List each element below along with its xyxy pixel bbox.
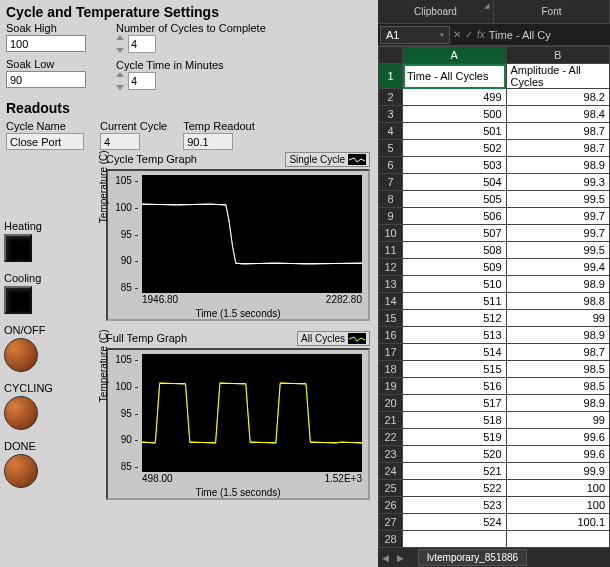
row-header[interactable]: 2 [379, 89, 403, 106]
formula-input[interactable]: Time - All Cy [489, 29, 607, 41]
row-header[interactable]: 6 [379, 157, 403, 174]
cell[interactable]: 508 [403, 242, 507, 259]
onoff-button[interactable] [4, 338, 38, 372]
cancel-icon[interactable]: ✕ [453, 29, 461, 40]
cell[interactable]: 504 [403, 174, 507, 191]
expand-icon[interactable]: ◢ [484, 2, 489, 10]
name-box[interactable]: A1 ▾ [380, 26, 450, 44]
chart1-legend[interactable]: Single Cycle [285, 152, 370, 167]
cell[interactable] [403, 531, 507, 548]
row-header[interactable]: 24 [379, 463, 403, 480]
row-header[interactable]: 1 [379, 64, 403, 89]
row-header[interactable]: 10 [379, 225, 403, 242]
cell[interactable]: 509 [403, 259, 507, 276]
cell[interactable]: 499 [403, 89, 507, 106]
row-header[interactable]: 18 [379, 361, 403, 378]
cell[interactable] [506, 531, 610, 548]
cell[interactable]: 502 [403, 140, 507, 157]
cycle-time-control[interactable] [116, 72, 266, 90]
cell[interactable]: 98.5 [506, 378, 610, 395]
cell[interactable]: 506 [403, 208, 507, 225]
soak-high-input[interactable] [6, 35, 86, 52]
cell[interactable]: 99.7 [506, 208, 610, 225]
cell[interactable]: 503 [403, 157, 507, 174]
cell[interactable]: 501 [403, 123, 507, 140]
stepper-arrows-icon[interactable] [116, 72, 126, 90]
row-header[interactable]: 8 [379, 191, 403, 208]
cell[interactable]: 99.9 [506, 463, 610, 480]
row-header[interactable]: 23 [379, 446, 403, 463]
ribbon-group-font[interactable]: Font [494, 0, 610, 23]
cell[interactable]: 510 [403, 276, 507, 293]
cell[interactable]: 98.9 [506, 327, 610, 344]
cell[interactable]: 98.4 [506, 106, 610, 123]
cell[interactable]: 505 [403, 191, 507, 208]
cell[interactable]: 98.7 [506, 344, 610, 361]
row-header[interactable]: 12 [379, 259, 403, 276]
cell[interactable]: 99 [506, 310, 610, 327]
grid-wrap[interactable]: AB1Time - All CyclesAmplitude - All Cycl… [378, 46, 610, 547]
cell[interactable]: 99 [506, 412, 610, 429]
cell[interactable]: 98.8 [506, 293, 610, 310]
num-cycles-control[interactable] [116, 35, 266, 53]
chart2-legend[interactable]: All Cycles [297, 331, 370, 346]
row-header[interactable]: 17 [379, 344, 403, 361]
cell[interactable]: 98.5 [506, 361, 610, 378]
cell[interactable]: 99.6 [506, 446, 610, 463]
cell[interactable]: 514 [403, 344, 507, 361]
cell[interactable]: 98.7 [506, 140, 610, 157]
sheet-next-icon[interactable]: ▶ [393, 553, 408, 563]
row-header[interactable]: 28 [379, 531, 403, 548]
cell[interactable]: 516 [403, 378, 507, 395]
row-header[interactable]: 5 [379, 140, 403, 157]
ribbon-group-clipboard[interactable]: ◢ Clipboard [378, 0, 494, 23]
cell[interactable]: 100.1 [506, 514, 610, 531]
num-cycles-input[interactable] [128, 35, 156, 53]
cell[interactable]: 99.3 [506, 174, 610, 191]
cell[interactable]: 518 [403, 412, 507, 429]
cell[interactable]: 500 [403, 106, 507, 123]
cell[interactable]: Amplitude - All Cycles [506, 64, 610, 89]
cell[interactable]: 524 [403, 514, 507, 531]
row-header[interactable]: 4 [379, 123, 403, 140]
row-header[interactable]: 25 [379, 480, 403, 497]
cycle-time-input[interactable] [128, 72, 156, 90]
spreadsheet-grid[interactable]: AB1Time - All CyclesAmplitude - All Cycl… [378, 46, 610, 547]
row-header[interactable]: 3 [379, 106, 403, 123]
col-header-A[interactable]: A [403, 47, 507, 64]
row-header[interactable]: 16 [379, 327, 403, 344]
row-header[interactable]: 15 [379, 310, 403, 327]
cell[interactable]: 520 [403, 446, 507, 463]
chevron-down-icon[interactable]: ▾ [440, 31, 444, 39]
row-header[interactable]: 9 [379, 208, 403, 225]
cell[interactable]: 99.5 [506, 191, 610, 208]
cell[interactable]: 98.9 [506, 276, 610, 293]
cycling-button[interactable] [4, 396, 38, 430]
cell[interactable]: 99.6 [506, 429, 610, 446]
row-header[interactable]: 19 [379, 378, 403, 395]
done-button[interactable] [4, 454, 38, 488]
row-header[interactable]: 13 [379, 276, 403, 293]
cell[interactable]: 521 [403, 463, 507, 480]
cell[interactable]: 522 [403, 480, 507, 497]
cell[interactable]: 507 [403, 225, 507, 242]
cell[interactable]: 100 [506, 480, 610, 497]
fx-icon[interactable]: fx [477, 29, 485, 40]
cell[interactable]: 98.9 [506, 395, 610, 412]
cell[interactable]: 517 [403, 395, 507, 412]
row-header[interactable]: 7 [379, 174, 403, 191]
cell[interactable]: 519 [403, 429, 507, 446]
cell[interactable]: 515 [403, 361, 507, 378]
sheet-prev-icon[interactable]: ◀ [378, 553, 393, 563]
cell[interactable]: 98.7 [506, 123, 610, 140]
select-all-corner[interactable] [379, 47, 403, 64]
stepper-arrows-icon[interactable] [116, 35, 126, 53]
cell[interactable]: Time - All Cycles [403, 64, 507, 89]
cell[interactable]: 511 [403, 293, 507, 310]
row-header[interactable]: 20 [379, 395, 403, 412]
soak-low-input[interactable] [6, 71, 86, 88]
cell[interactable]: 100 [506, 497, 610, 514]
enter-icon[interactable]: ✓ [465, 29, 473, 40]
cell[interactable]: 512 [403, 310, 507, 327]
row-header[interactable]: 21 [379, 412, 403, 429]
